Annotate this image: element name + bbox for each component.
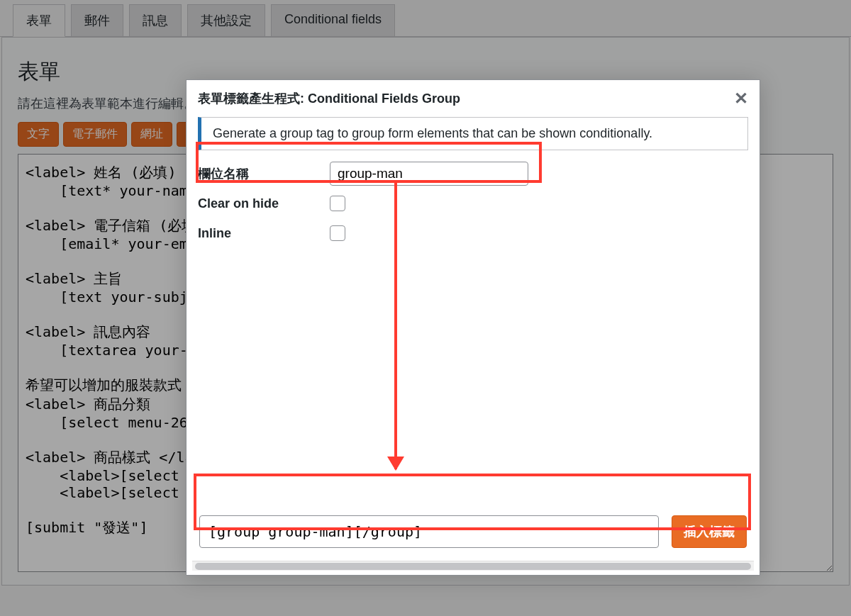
field-name-label: 欄位名稱: [198, 165, 318, 182]
field-name-input[interactable]: [330, 162, 528, 186]
inline-checkbox[interactable]: [330, 225, 345, 241]
clear-on-hide-label: Clear on hide: [198, 196, 318, 211]
inline-label: Inline: [198, 226, 318, 241]
tag-generator-modal: 表單標籤產生程式: Conditional Fields Group ✕ Gen…: [186, 79, 760, 576]
scrollbar-thumb[interactable]: [195, 563, 751, 570]
clear-on-hide-checkbox[interactable]: [330, 196, 345, 211]
modal-title: 表單標籤產生程式: Conditional Fields Group: [198, 90, 460, 107]
modal-horizontal-scrollbar[interactable]: [192, 561, 754, 571]
tag-output-field[interactable]: [199, 515, 659, 548]
close-icon[interactable]: ✕: [734, 89, 748, 108]
insert-tag-button[interactable]: 插入標籤: [672, 515, 747, 548]
modal-info-box: Generate a group tag to group form eleme…: [198, 117, 748, 150]
